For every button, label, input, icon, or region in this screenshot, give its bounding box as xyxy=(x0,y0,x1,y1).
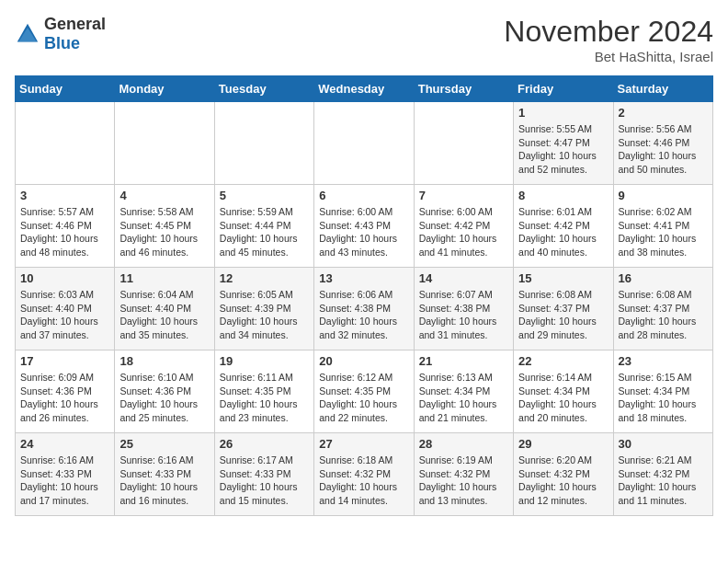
day-info: Sunrise: 5:59 AM Sunset: 4:44 PM Dayligh… xyxy=(220,205,309,259)
day-number: 7 xyxy=(419,189,508,202)
day-number: 27 xyxy=(319,437,408,451)
logo: General Blue xyxy=(15,15,106,53)
day-number: 6 xyxy=(319,189,408,202)
day-info: Sunrise: 6:17 AM Sunset: 4:33 PM Dayligh… xyxy=(220,454,309,508)
day-info: Sunrise: 6:01 AM Sunset: 4:42 PM Dayligh… xyxy=(518,205,608,259)
page-header: General Blue November 2024 Bet HaShitta,… xyxy=(15,15,713,64)
day-number: 15 xyxy=(518,271,608,285)
day-info: Sunrise: 6:19 AM Sunset: 4:32 PM Dayligh… xyxy=(419,454,508,508)
day-number: 21 xyxy=(419,354,508,368)
location: Bet HaShitta, Israel xyxy=(504,49,713,64)
day-info: Sunrise: 6:03 AM Sunset: 4:40 PM Dayligh… xyxy=(20,288,109,342)
day-info: Sunrise: 5:58 AM Sunset: 4:45 PM Dayligh… xyxy=(119,205,209,259)
month-title: November 2024 xyxy=(504,15,713,49)
calendar-cell: 16Sunrise: 6:08 AM Sunset: 4:37 PM Dayli… xyxy=(613,268,712,350)
calendar-cell: 2Sunrise: 5:56 AM Sunset: 4:46 PM Daylig… xyxy=(613,102,712,185)
weekday-header: Saturday xyxy=(613,76,712,102)
day-info: Sunrise: 5:55 AM Sunset: 4:47 PM Dayligh… xyxy=(518,122,608,177)
weekday-header: Tuesday xyxy=(214,76,313,102)
calendar-week-row: 3Sunrise: 5:57 AM Sunset: 4:46 PM Daylig… xyxy=(16,185,713,268)
day-number: 30 xyxy=(619,437,708,451)
day-number: 4 xyxy=(119,189,209,202)
calendar-cell: 8Sunrise: 6:01 AM Sunset: 4:42 PM Daylig… xyxy=(514,185,613,268)
calendar-cell: 4Sunrise: 5:58 AM Sunset: 4:45 PM Daylig… xyxy=(115,185,214,268)
day-info: Sunrise: 6:13 AM Sunset: 4:34 PM Dayligh… xyxy=(419,371,508,425)
calendar-cell: 23Sunrise: 6:15 AM Sunset: 4:34 PM Dayli… xyxy=(613,350,712,433)
day-number: 23 xyxy=(619,354,708,368)
calendar-cell: 11Sunrise: 6:04 AM Sunset: 4:40 PM Dayli… xyxy=(115,268,214,350)
calendar-cell: 3Sunrise: 5:57 AM Sunset: 4:46 PM Daylig… xyxy=(16,185,115,268)
calendar-cell: 19Sunrise: 6:11 AM Sunset: 4:35 PM Dayli… xyxy=(214,350,313,433)
calendar-cell: 18Sunrise: 6:10 AM Sunset: 4:36 PM Dayli… xyxy=(115,350,214,433)
calendar-cell: 28Sunrise: 6:19 AM Sunset: 4:32 PM Dayli… xyxy=(414,433,513,516)
weekday-header: Thursday xyxy=(414,76,513,102)
day-info: Sunrise: 6:10 AM Sunset: 4:36 PM Dayligh… xyxy=(119,371,209,425)
calendar-week-row: 24Sunrise: 6:16 AM Sunset: 4:33 PM Dayli… xyxy=(16,433,713,516)
calendar-week-row: 17Sunrise: 6:09 AM Sunset: 4:36 PM Dayli… xyxy=(16,350,713,433)
calendar-cell: 13Sunrise: 6:06 AM Sunset: 4:38 PM Dayli… xyxy=(314,268,414,350)
day-info: Sunrise: 5:56 AM Sunset: 4:46 PM Dayligh… xyxy=(619,122,708,177)
calendar-cell: 12Sunrise: 6:05 AM Sunset: 4:39 PM Dayli… xyxy=(214,268,313,350)
day-info: Sunrise: 6:11 AM Sunset: 4:35 PM Dayligh… xyxy=(220,371,309,425)
day-number: 14 xyxy=(419,271,508,285)
calendar-table: SundayMondayTuesdayWednesdayThursdayFrid… xyxy=(15,75,713,516)
day-info: Sunrise: 6:21 AM Sunset: 4:32 PM Dayligh… xyxy=(619,454,708,508)
calendar-cell xyxy=(115,102,214,185)
calendar-cell: 17Sunrise: 6:09 AM Sunset: 4:36 PM Dayli… xyxy=(16,350,115,433)
weekday-header: Wednesday xyxy=(314,76,414,102)
day-info: Sunrise: 6:14 AM Sunset: 4:34 PM Dayligh… xyxy=(518,371,608,425)
day-info: Sunrise: 6:12 AM Sunset: 4:35 PM Dayligh… xyxy=(319,371,408,425)
day-number: 18 xyxy=(119,354,209,368)
day-info: Sunrise: 6:16 AM Sunset: 4:33 PM Dayligh… xyxy=(20,454,109,508)
svg-marker-1 xyxy=(18,28,37,41)
logo-general: General xyxy=(44,15,106,34)
day-number: 1 xyxy=(518,106,608,120)
day-number: 13 xyxy=(319,271,408,285)
day-number: 2 xyxy=(619,106,708,120)
weekday-header: Monday xyxy=(115,76,214,102)
calendar-cell xyxy=(16,102,115,185)
day-number: 19 xyxy=(220,354,309,368)
calendar-cell: 6Sunrise: 6:00 AM Sunset: 4:43 PM Daylig… xyxy=(314,185,414,268)
calendar-cell: 9Sunrise: 6:02 AM Sunset: 4:41 PM Daylig… xyxy=(613,185,712,268)
calendar-cell: 24Sunrise: 6:16 AM Sunset: 4:33 PM Dayli… xyxy=(16,433,115,516)
day-info: Sunrise: 6:20 AM Sunset: 4:32 PM Dayligh… xyxy=(518,454,608,508)
day-number: 10 xyxy=(20,271,109,285)
day-info: Sunrise: 6:08 AM Sunset: 4:37 PM Dayligh… xyxy=(518,288,608,342)
day-info: Sunrise: 6:07 AM Sunset: 4:38 PM Dayligh… xyxy=(419,288,508,342)
day-number: 12 xyxy=(220,271,309,285)
calendar-cell xyxy=(414,102,513,185)
day-info: Sunrise: 6:04 AM Sunset: 4:40 PM Dayligh… xyxy=(119,288,209,342)
day-info: Sunrise: 6:16 AM Sunset: 4:33 PM Dayligh… xyxy=(119,454,209,508)
day-info: Sunrise: 5:57 AM Sunset: 4:46 PM Dayligh… xyxy=(20,205,109,259)
calendar-cell xyxy=(314,102,414,185)
day-info: Sunrise: 6:09 AM Sunset: 4:36 PM Dayligh… xyxy=(20,371,109,425)
day-number: 3 xyxy=(20,189,109,202)
calendar-cell: 27Sunrise: 6:18 AM Sunset: 4:32 PM Dayli… xyxy=(314,433,414,516)
day-number: 17 xyxy=(20,354,109,368)
day-info: Sunrise: 6:00 AM Sunset: 4:42 PM Dayligh… xyxy=(419,205,508,259)
calendar-cell: 1Sunrise: 5:55 AM Sunset: 4:47 PM Daylig… xyxy=(514,102,613,185)
day-number: 8 xyxy=(518,189,608,202)
calendar-cell xyxy=(214,102,313,185)
calendar-week-row: 10Sunrise: 6:03 AM Sunset: 4:40 PM Dayli… xyxy=(16,268,713,350)
title-block: November 2024 Bet HaShitta, Israel xyxy=(504,15,713,64)
calendar-cell: 15Sunrise: 6:08 AM Sunset: 4:37 PM Dayli… xyxy=(514,268,613,350)
day-number: 16 xyxy=(619,271,708,285)
day-number: 24 xyxy=(20,437,109,451)
day-number: 9 xyxy=(619,189,708,202)
calendar-cell: 10Sunrise: 6:03 AM Sunset: 4:40 PM Dayli… xyxy=(16,268,115,350)
calendar-cell: 5Sunrise: 5:59 AM Sunset: 4:44 PM Daylig… xyxy=(214,185,313,268)
day-info: Sunrise: 6:18 AM Sunset: 4:32 PM Dayligh… xyxy=(319,454,408,508)
day-number: 29 xyxy=(518,437,608,451)
calendar-cell: 30Sunrise: 6:21 AM Sunset: 4:32 PM Dayli… xyxy=(613,433,712,516)
calendar-cell: 20Sunrise: 6:12 AM Sunset: 4:35 PM Dayli… xyxy=(314,350,414,433)
calendar-cell: 25Sunrise: 6:16 AM Sunset: 4:33 PM Dayli… xyxy=(115,433,214,516)
day-info: Sunrise: 6:06 AM Sunset: 4:38 PM Dayligh… xyxy=(319,288,408,342)
calendar-cell: 14Sunrise: 6:07 AM Sunset: 4:38 PM Dayli… xyxy=(414,268,513,350)
day-number: 28 xyxy=(419,437,508,451)
day-number: 20 xyxy=(319,354,408,368)
calendar-cell: 26Sunrise: 6:17 AM Sunset: 4:33 PM Dayli… xyxy=(214,433,313,516)
day-number: 11 xyxy=(119,271,209,285)
weekday-header-row: SundayMondayTuesdayWednesdayThursdayFrid… xyxy=(16,76,713,102)
